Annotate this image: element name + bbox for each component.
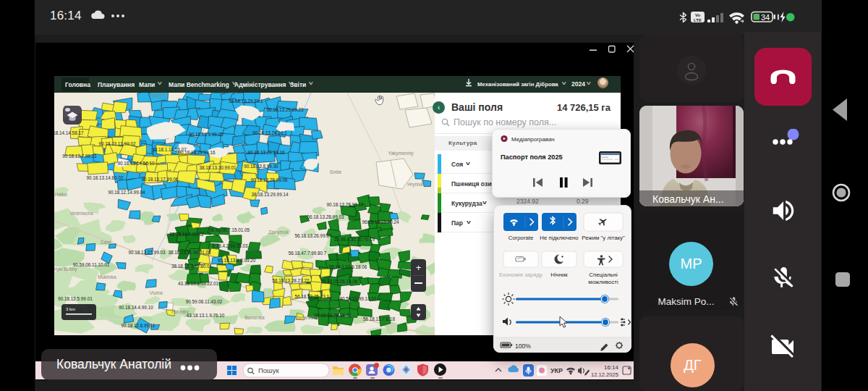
- svg-text:90.18.13.4.8.99.20: 90.18.13.4.8.99.20: [218, 258, 256, 263]
- svg-text:96.18.18.15.70.24: 96.18.18.15.70.24: [362, 219, 399, 224]
- svg-text:Smile: Smile: [330, 169, 342, 175]
- svg-text:Паспорт поля 2025: Паспорт поля 2025: [501, 154, 563, 161]
- svg-text:34: 34: [761, 13, 770, 22]
- svg-text:90.18.13.7.99.21: 90.18.13.7.99.21: [62, 154, 97, 159]
- svg-text:Zatel: Zatel: [101, 240, 111, 245]
- svg-text:Vlutne: Vlutne: [150, 290, 163, 295]
- svg-text:18.98.4.30.10.70.19: 18.98.4.30.10.70.19: [334, 237, 375, 242]
- svg-text:38.18.18.7.99.02: 38.18.18.7.99.02: [169, 232, 204, 237]
- svg-text:Yakymenniy: Yakymenniy: [388, 151, 414, 156]
- svg-text:Економія заряду: Економія заряду: [499, 272, 542, 278]
- svg-text:43.18.13.1.9.76.10: 43.18.13.1.9.76.10: [187, 313, 225, 318]
- svg-text:3 km: 3 km: [66, 307, 75, 311]
- svg-text:90.18.13.1.99.05: 90.18.13.1.99.05: [189, 132, 224, 137]
- svg-text:56.18.13.29.99.23: 56.18.13.29.99.23: [267, 107, 304, 112]
- svg-text:56.18.1.12.6.18.06: 56.18.1.12.6.18.06: [329, 264, 367, 269]
- svg-text:Zakiymok: Zakiymok: [268, 230, 289, 235]
- svg-text:90.18.12.5.99.01: 90.18.12.5.99.01: [58, 296, 93, 301]
- svg-text:16:14: 16:14: [604, 364, 619, 371]
- svg-text:12.12.2025: 12.12.2025: [591, 371, 618, 378]
- svg-text:Vedmieche: Vedmieche: [70, 211, 94, 216]
- svg-text:100%: 100%: [515, 342, 531, 350]
- svg-text:90.18.14.14.58.17: 90.18.14.14.58.17: [54, 130, 84, 135]
- svg-text:90.18.13.29.99.16: 90.18.13.29.99.16: [179, 150, 216, 155]
- svg-text:Vo: Vo: [695, 13, 701, 17]
- svg-text:Serankove: Serankove: [296, 315, 318, 320]
- svg-text:56.18.13.25.23.13: 56.18.13.25.23.13: [295, 294, 332, 299]
- svg-text:56.18.05.05.18.06: 56.18.05.05.18.06: [321, 279, 358, 284]
- svg-text:90.18.13.27.99.03: 90.18.13.27.99.03: [129, 250, 166, 255]
- svg-text:56.18.13.26.18.17: 56.18.13.26.18.17: [315, 313, 352, 318]
- svg-text:90.59.06.11.10.01: 90.59.06.11.10.01: [73, 262, 110, 267]
- svg-text:43.18.13.1.99.22.01: 43.18.13.1.99.22.01: [178, 281, 219, 286]
- svg-text:УКР: УКР: [550, 367, 563, 374]
- svg-text:Borzenka: Borzenka: [244, 315, 265, 320]
- svg-text:8.18.4.2.99.28.03: 8.18.4.2.99.28.03: [212, 243, 248, 248]
- svg-text:90.18.13.13.99.02: 90.18.13.13.99.02: [99, 141, 136, 146]
- svg-text:38.18.13.29.99.14: 38.18.13.29.99.14: [252, 192, 289, 197]
- svg-text:90.18.12.6.99.11: 90.18.12.6.99.11: [122, 323, 156, 328]
- svg-text:Режим "у літаку": Режим "у літаку": [582, 235, 625, 241]
- svg-text:56.18.13.7.8.18: 56.18.13.7.8.18: [363, 316, 395, 321]
- svg-text:Ковальчук Ан...: Ковальчук Ан...: [652, 193, 724, 205]
- svg-text:Пошук: Пошук: [258, 366, 279, 374]
- svg-text:90.18.13.28.99.06: 90.18.13.28.99.06: [251, 177, 288, 182]
- svg-text:+: +: [416, 262, 422, 273]
- svg-text:Corporate: Corporate: [509, 235, 534, 241]
- svg-text:90.59.06.11.43.02: 90.59.06.11.43.02: [186, 299, 223, 304]
- svg-text:можливості: можливості: [588, 279, 618, 285]
- svg-text:38.18.13.7.99.80.01: 38.18.13.7.99.80.01: [171, 264, 213, 269]
- svg-text:Спеціальні: Спеціальні: [589, 272, 618, 278]
- svg-text:90.18.13.29.99.1: 90.18.13.29.99.1: [252, 130, 287, 135]
- svg-text:Нічник: Нічник: [550, 272, 568, 278]
- svg-text:90.18.14.4.99.10: 90.18.14.4.99.10: [119, 305, 153, 310]
- svg-text:Halko: Halko: [55, 192, 67, 197]
- svg-text:56.18.47.7.99.80.7: 56.18.47.7.99.80.7: [289, 251, 327, 256]
- svg-text:56.18.13.29.99.1: 56.18.13.29.99.1: [229, 98, 263, 104]
- svg-text:Mukiivka: Mukiivka: [98, 274, 116, 279]
- svg-text:90.18.13.17.99.06: 90.18.13.17.99.06: [142, 177, 179, 182]
- svg-text:Hrynivka: Hrynivka: [407, 182, 426, 188]
- svg-text:90.18.13.14.60.02: 90.18.13.14.60.02: [87, 175, 124, 180]
- svg-text:90.58.13.99.18.02: 90.58.13.99.18.02: [340, 296, 377, 301]
- svg-text:90.18.13.8.99.30: 90.18.13.8.99.30: [244, 164, 278, 169]
- svg-text:56.18.13.26.99.07: 56.18.13.26.99.07: [295, 233, 332, 238]
- svg-text:Tarazhe: Tarazhe: [149, 93, 166, 98]
- svg-text:Не підключено: Не підключено: [540, 235, 579, 241]
- svg-text:Медіапрогравач: Медіапрогравач: [511, 136, 555, 143]
- svg-text:56.18.13.28.99.03: 56.18.13.28.99.03: [307, 214, 344, 219]
- svg-text:90.18.13.29.99.16: 90.18.13.29.99.16: [248, 150, 285, 155]
- svg-text:Pohmby: Pohmby: [171, 309, 190, 315]
- svg-text:90.18.13.14.56.10: 90.18.13.14.56.10: [118, 161, 155, 166]
- svg-text:Velyki Bubny: Velyki Bubny: [54, 266, 77, 272]
- svg-text:98.90.06.7.15.01.05: 98.90.06.7.15.01.05: [209, 227, 250, 232]
- svg-text:LTE: LTE: [694, 18, 702, 22]
- svg-text:38.18.13.30.99.01: 38.18.13.30.99.01: [200, 165, 237, 170]
- svg-text:90.18.12.14.99.04: 90.18.12.14.99.04: [109, 190, 145, 195]
- svg-text:56.18.13.28.23.22: 56.18.13.28.23.22: [273, 278, 310, 283]
- svg-text:90.18.13.28.99.12: 90.18.13.28.99.12: [327, 202, 364, 207]
- svg-text:38.18.13.11.98.01.08: 38.18.13.11.98.01.08: [168, 250, 211, 255]
